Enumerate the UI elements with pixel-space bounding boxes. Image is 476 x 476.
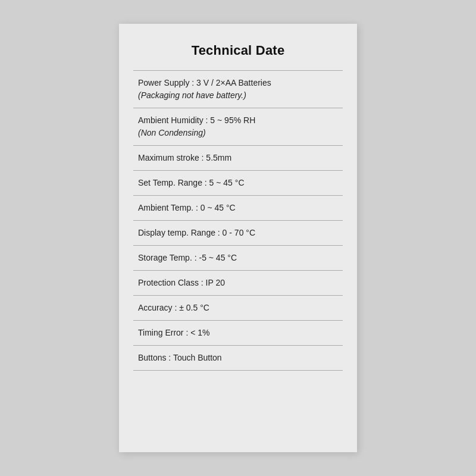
spec-row-protection-class-line1: Protection Class : IP 20 <box>138 277 338 289</box>
spec-row-ambient-temp-line1: Ambient Temp. : 0 ~ 45 °C <box>138 202 338 214</box>
technical-date-card: Technical Date Power Supply : 3 V / 2×AA… <box>119 24 357 452</box>
spec-row-power-supply-line1: Power Supply : 3 V / 2×AA Batteries <box>138 77 338 89</box>
spec-row-maximum-stroke-line1: Maximum stroke : 5.5mm <box>138 152 338 164</box>
spec-row-display-temp-range-line1: Display temp. Range : 0 - 70 °C <box>138 227 338 239</box>
spec-row-accuracy-line1: Accuracy : ± 0.5 °C <box>138 302 338 314</box>
spec-row-storage-temp-line1: Storage Temp. : -5 ~ 45 °C <box>138 252 338 264</box>
spec-row-ambient-humidity-line1: Ambient Humidity : 5 ~ 95% RH <box>138 114 338 127</box>
spec-row-display-temp-range: Display temp. Range : 0 - 70 °C <box>133 221 343 245</box>
spec-row-power-supply: Power Supply : 3 V / 2×AA Batteries(Pack… <box>133 71 343 108</box>
spec-row-power-supply-line2: (Packaging not have battery.) <box>138 89 338 102</box>
spec-row-ambient-humidity-line2: (Non Condensing) <box>138 127 338 139</box>
spec-row-set-temp-range-line1: Set Temp. Range : 5 ~ 45 °C <box>138 177 338 189</box>
spec-row-buttons: Buttons : Touch Button <box>133 346 343 370</box>
divider-after-buttons <box>133 370 343 371</box>
spec-row-storage-temp: Storage Temp. : -5 ~ 45 °C <box>133 246 343 270</box>
spec-row-protection-class: Protection Class : IP 20 <box>133 271 343 295</box>
spec-row-accuracy: Accuracy : ± 0.5 °C <box>133 296 343 320</box>
spec-row-set-temp-range: Set Temp. Range : 5 ~ 45 °C <box>133 171 343 195</box>
spec-row-buttons-line1: Buttons : Touch Button <box>138 352 338 364</box>
spec-row-ambient-temp: Ambient Temp. : 0 ~ 45 °C <box>133 196 343 220</box>
card-title: Technical Date <box>133 43 343 58</box>
spec-row-maximum-stroke: Maximum stroke : 5.5mm <box>133 146 343 170</box>
spec-row-timing-error: Timing Error : < 1% <box>133 321 343 345</box>
spec-row-ambient-humidity: Ambient Humidity : 5 ~ 95% RH(Non Conden… <box>133 108 343 145</box>
spec-row-timing-error-line1: Timing Error : < 1% <box>138 327 338 339</box>
